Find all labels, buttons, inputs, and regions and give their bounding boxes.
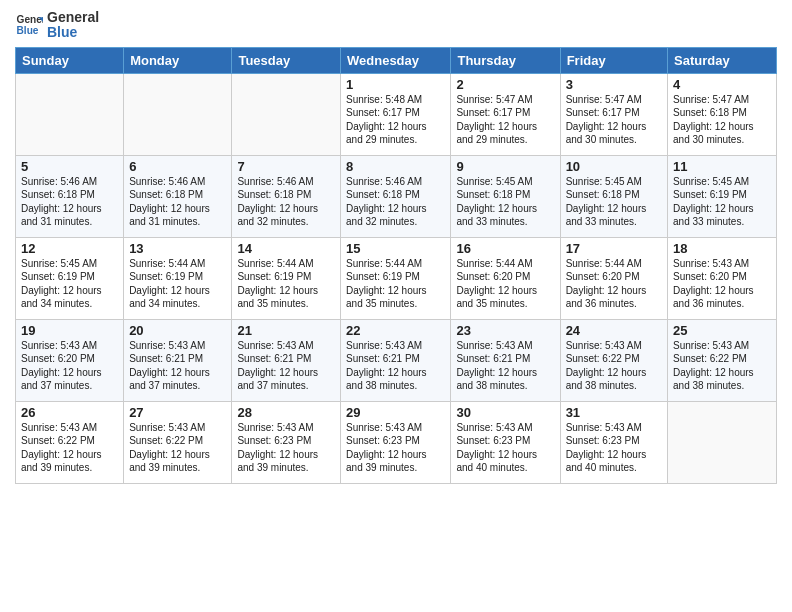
day-info: Sunrise: 5:48 AM Sunset: 6:17 PM Dayligh… (346, 93, 445, 147)
calendar-cell: 19Sunrise: 5:43 AM Sunset: 6:20 PM Dayli… (16, 319, 124, 401)
day-number: 26 (21, 405, 118, 420)
day-info: Sunrise: 5:44 AM Sunset: 6:20 PM Dayligh… (566, 257, 662, 311)
calendar-cell: 7Sunrise: 5:46 AM Sunset: 6:18 PM Daylig… (232, 155, 341, 237)
day-number: 7 (237, 159, 335, 174)
day-number: 2 (456, 77, 554, 92)
day-number: 22 (346, 323, 445, 338)
day-info: Sunrise: 5:43 AM Sunset: 6:21 PM Dayligh… (456, 339, 554, 393)
calendar-cell: 5Sunrise: 5:46 AM Sunset: 6:18 PM Daylig… (16, 155, 124, 237)
weekday-header-sunday: Sunday (16, 47, 124, 73)
day-number: 1 (346, 77, 445, 92)
day-info: Sunrise: 5:45 AM Sunset: 6:18 PM Dayligh… (566, 175, 662, 229)
day-info: Sunrise: 5:43 AM Sunset: 6:21 PM Dayligh… (237, 339, 335, 393)
day-info: Sunrise: 5:45 AM Sunset: 6:19 PM Dayligh… (673, 175, 771, 229)
calendar-cell: 9Sunrise: 5:45 AM Sunset: 6:18 PM Daylig… (451, 155, 560, 237)
logo: General Blue General Blue (15, 10, 99, 41)
weekday-header-tuesday: Tuesday (232, 47, 341, 73)
header: General Blue General Blue (15, 10, 777, 41)
week-row-4: 19Sunrise: 5:43 AM Sunset: 6:20 PM Dayli… (16, 319, 777, 401)
calendar-cell: 16Sunrise: 5:44 AM Sunset: 6:20 PM Dayli… (451, 237, 560, 319)
logo-general: General (47, 10, 99, 25)
day-info: Sunrise: 5:43 AM Sunset: 6:20 PM Dayligh… (21, 339, 118, 393)
calendar-cell: 27Sunrise: 5:43 AM Sunset: 6:22 PM Dayli… (124, 401, 232, 483)
day-info: Sunrise: 5:46 AM Sunset: 6:18 PM Dayligh… (237, 175, 335, 229)
calendar-cell: 15Sunrise: 5:44 AM Sunset: 6:19 PM Dayli… (341, 237, 451, 319)
calendar-cell: 22Sunrise: 5:43 AM Sunset: 6:21 PM Dayli… (341, 319, 451, 401)
calendar-cell: 8Sunrise: 5:46 AM Sunset: 6:18 PM Daylig… (341, 155, 451, 237)
day-number: 29 (346, 405, 445, 420)
weekday-header-saturday: Saturday (668, 47, 777, 73)
calendar-cell: 1Sunrise: 5:48 AM Sunset: 6:17 PM Daylig… (341, 73, 451, 155)
calendar-cell: 28Sunrise: 5:43 AM Sunset: 6:23 PM Dayli… (232, 401, 341, 483)
day-info: Sunrise: 5:43 AM Sunset: 6:22 PM Dayligh… (673, 339, 771, 393)
day-number: 8 (346, 159, 445, 174)
calendar-cell: 21Sunrise: 5:43 AM Sunset: 6:21 PM Dayli… (232, 319, 341, 401)
calendar: SundayMondayTuesdayWednesdayThursdayFrid… (15, 47, 777, 484)
calendar-cell: 13Sunrise: 5:44 AM Sunset: 6:19 PM Dayli… (124, 237, 232, 319)
weekday-header-wednesday: Wednesday (341, 47, 451, 73)
calendar-cell: 20Sunrise: 5:43 AM Sunset: 6:21 PM Dayli… (124, 319, 232, 401)
calendar-cell: 17Sunrise: 5:44 AM Sunset: 6:20 PM Dayli… (560, 237, 667, 319)
day-number: 28 (237, 405, 335, 420)
calendar-cell: 3Sunrise: 5:47 AM Sunset: 6:17 PM Daylig… (560, 73, 667, 155)
calendar-cell: 4Sunrise: 5:47 AM Sunset: 6:18 PM Daylig… (668, 73, 777, 155)
weekday-header-friday: Friday (560, 47, 667, 73)
day-number: 30 (456, 405, 554, 420)
logo-icon: General Blue (15, 11, 43, 39)
calendar-cell: 23Sunrise: 5:43 AM Sunset: 6:21 PM Dayli… (451, 319, 560, 401)
page: General Blue General Blue SundayMondayTu… (0, 0, 792, 612)
day-info: Sunrise: 5:47 AM Sunset: 6:18 PM Dayligh… (673, 93, 771, 147)
calendar-cell (232, 73, 341, 155)
calendar-cell: 29Sunrise: 5:43 AM Sunset: 6:23 PM Dayli… (341, 401, 451, 483)
calendar-cell: 11Sunrise: 5:45 AM Sunset: 6:19 PM Dayli… (668, 155, 777, 237)
day-info: Sunrise: 5:43 AM Sunset: 6:23 PM Dayligh… (237, 421, 335, 475)
day-number: 11 (673, 159, 771, 174)
day-number: 10 (566, 159, 662, 174)
day-number: 5 (21, 159, 118, 174)
day-info: Sunrise: 5:44 AM Sunset: 6:19 PM Dayligh… (129, 257, 226, 311)
day-info: Sunrise: 5:43 AM Sunset: 6:21 PM Dayligh… (129, 339, 226, 393)
day-number: 27 (129, 405, 226, 420)
day-number: 3 (566, 77, 662, 92)
day-info: Sunrise: 5:47 AM Sunset: 6:17 PM Dayligh… (456, 93, 554, 147)
day-info: Sunrise: 5:44 AM Sunset: 6:19 PM Dayligh… (346, 257, 445, 311)
day-number: 6 (129, 159, 226, 174)
weekday-header-row: SundayMondayTuesdayWednesdayThursdayFrid… (16, 47, 777, 73)
calendar-cell: 26Sunrise: 5:43 AM Sunset: 6:22 PM Dayli… (16, 401, 124, 483)
svg-text:Blue: Blue (17, 26, 39, 37)
calendar-cell: 24Sunrise: 5:43 AM Sunset: 6:22 PM Dayli… (560, 319, 667, 401)
day-number: 13 (129, 241, 226, 256)
calendar-cell: 30Sunrise: 5:43 AM Sunset: 6:23 PM Dayli… (451, 401, 560, 483)
day-info: Sunrise: 5:43 AM Sunset: 6:23 PM Dayligh… (346, 421, 445, 475)
calendar-cell (16, 73, 124, 155)
week-row-1: 1Sunrise: 5:48 AM Sunset: 6:17 PM Daylig… (16, 73, 777, 155)
week-row-5: 26Sunrise: 5:43 AM Sunset: 6:22 PM Dayli… (16, 401, 777, 483)
calendar-cell: 31Sunrise: 5:43 AM Sunset: 6:23 PM Dayli… (560, 401, 667, 483)
day-info: Sunrise: 5:44 AM Sunset: 6:20 PM Dayligh… (456, 257, 554, 311)
day-number: 16 (456, 241, 554, 256)
day-number: 18 (673, 241, 771, 256)
day-number: 9 (456, 159, 554, 174)
calendar-cell: 2Sunrise: 5:47 AM Sunset: 6:17 PM Daylig… (451, 73, 560, 155)
day-number: 4 (673, 77, 771, 92)
week-row-2: 5Sunrise: 5:46 AM Sunset: 6:18 PM Daylig… (16, 155, 777, 237)
calendar-cell: 18Sunrise: 5:43 AM Sunset: 6:20 PM Dayli… (668, 237, 777, 319)
day-info: Sunrise: 5:46 AM Sunset: 6:18 PM Dayligh… (346, 175, 445, 229)
day-number: 17 (566, 241, 662, 256)
day-info: Sunrise: 5:47 AM Sunset: 6:17 PM Dayligh… (566, 93, 662, 147)
day-info: Sunrise: 5:45 AM Sunset: 6:18 PM Dayligh… (456, 175, 554, 229)
day-number: 14 (237, 241, 335, 256)
day-info: Sunrise: 5:43 AM Sunset: 6:20 PM Dayligh… (673, 257, 771, 311)
day-number: 12 (21, 241, 118, 256)
calendar-cell: 14Sunrise: 5:44 AM Sunset: 6:19 PM Dayli… (232, 237, 341, 319)
calendar-cell (668, 401, 777, 483)
day-info: Sunrise: 5:46 AM Sunset: 6:18 PM Dayligh… (129, 175, 226, 229)
day-info: Sunrise: 5:45 AM Sunset: 6:19 PM Dayligh… (21, 257, 118, 311)
calendar-cell: 25Sunrise: 5:43 AM Sunset: 6:22 PM Dayli… (668, 319, 777, 401)
day-number: 25 (673, 323, 771, 338)
svg-text:General: General (17, 15, 43, 26)
weekday-header-thursday: Thursday (451, 47, 560, 73)
day-number: 15 (346, 241, 445, 256)
weekday-header-monday: Monday (124, 47, 232, 73)
day-info: Sunrise: 5:43 AM Sunset: 6:21 PM Dayligh… (346, 339, 445, 393)
